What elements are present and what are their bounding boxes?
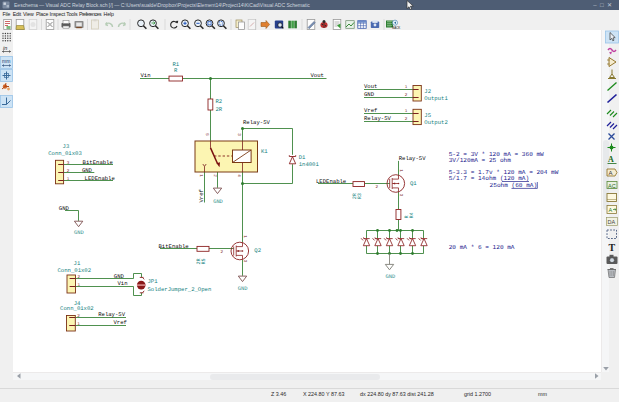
svg-text:Vin: Vin	[141, 72, 151, 79]
svg-text:GND: GND	[59, 205, 70, 212]
svg-text:2: 2	[77, 314, 80, 319]
svg-text:R2: R2	[215, 98, 222, 105]
svg-text:A: A	[608, 155, 614, 164]
svg-text:Output2: Output2	[424, 119, 448, 126]
svg-text:T: T	[609, 242, 616, 253]
svg-text:JP1: JP1	[148, 278, 159, 285]
svg-text:Conn_01x02: Conn_01x02	[58, 267, 92, 274]
svg-text:GND: GND	[213, 199, 223, 205]
svg-text:2: 2	[67, 169, 70, 174]
svg-text:2: 2	[221, 250, 224, 255]
svg-text:2: 2	[212, 174, 217, 177]
svg-text:Vref: Vref	[364, 107, 377, 114]
svg-text:SolderJumper_2_Open: SolderJumper_2_Open	[148, 286, 212, 293]
svg-text:1: 1	[77, 322, 80, 327]
svg-text:Relay-5V: Relay-5V	[243, 119, 270, 126]
svg-text:3: 3	[242, 260, 247, 263]
svg-text:R3: R3	[357, 193, 363, 199]
svg-text:AC: AC	[608, 183, 616, 189]
svg-text:K1: K1	[261, 148, 268, 155]
svg-text:2: 2	[405, 117, 408, 122]
svg-text:5: 5	[204, 133, 209, 136]
svg-text:Q1: Q1	[410, 180, 417, 187]
svg-text:LEDEnable: LEDEnable	[85, 175, 115, 182]
svg-text:1n4001: 1n4001	[299, 161, 320, 168]
svg-text:A: A	[609, 170, 613, 176]
svg-text:Q2: Q2	[254, 247, 261, 254]
svg-text:Conn_01x02: Conn_01x02	[60, 305, 94, 312]
svg-text:Relay-5V: Relay-5V	[98, 311, 125, 318]
svg-text:Vref: Vref	[114, 319, 127, 326]
svg-text:mm: mm	[2, 58, 10, 64]
svg-text:20 mA * 6 = 120 mA: 20 mA * 6 = 120 mA	[449, 244, 515, 251]
svg-text:Relay-5V: Relay-5V	[399, 155, 426, 162]
svg-text:LEDEnable: LEDEnable	[316, 178, 346, 185]
svg-text:GND: GND	[74, 230, 84, 236]
svg-text:BitEnable: BitEnable	[83, 159, 113, 166]
svg-text:Vout: Vout	[311, 72, 324, 79]
svg-text:Vout: Vout	[364, 83, 377, 90]
svg-text:2: 2	[405, 93, 408, 98]
svg-text:Output1: Output1	[424, 95, 448, 102]
svg-text:Vref: Vref	[198, 189, 205, 202]
svg-text:3: 3	[67, 161, 70, 166]
svg-text:A: A	[609, 207, 613, 213]
svg-text:in: in	[3, 45, 7, 51]
svg-text:R5: R5	[201, 258, 207, 264]
svg-text:Conn_01x03: Conn_01x03	[48, 150, 82, 157]
svg-text:1: 1	[398, 169, 403, 172]
svg-text:GND: GND	[364, 91, 375, 98]
svg-text:GND: GND	[82, 167, 93, 174]
svg-text:4: 4	[236, 174, 241, 177]
svg-text:2: 2	[77, 275, 80, 280]
svg-text:1: 1	[405, 85, 408, 90]
svg-text:1: 1	[198, 174, 203, 177]
svg-text:BitEnable: BitEnable	[159, 243, 189, 250]
svg-text:25ohm (60 mA): 25ohm (60 mA)	[490, 182, 538, 189]
svg-text:Relay-5V: Relay-5V	[364, 115, 391, 122]
svg-text:Vin: Vin	[118, 280, 128, 287]
svg-text:1: 1	[77, 283, 80, 288]
svg-text:1: 1	[405, 109, 408, 114]
svg-text:GND: GND	[386, 274, 396, 280]
svg-text:1: 1	[242, 235, 247, 238]
svg-text:3: 3	[236, 133, 241, 136]
svg-text:2R: 2R	[215, 106, 222, 113]
svg-text:1: 1	[67, 177, 70, 182]
svg-text:R4: R4	[409, 212, 415, 218]
svg-text:GND: GND	[238, 286, 248, 292]
svg-text:3V/120mA = 25 ohm: 3V/120mA = 25 ohm	[449, 157, 512, 164]
svg-text:GND: GND	[114, 273, 125, 280]
svg-text:DA: DA	[608, 219, 616, 225]
svg-text:2: 2	[376, 185, 379, 190]
svg-text:3: 3	[398, 194, 403, 197]
svg-text:J3: J3	[63, 143, 70, 150]
